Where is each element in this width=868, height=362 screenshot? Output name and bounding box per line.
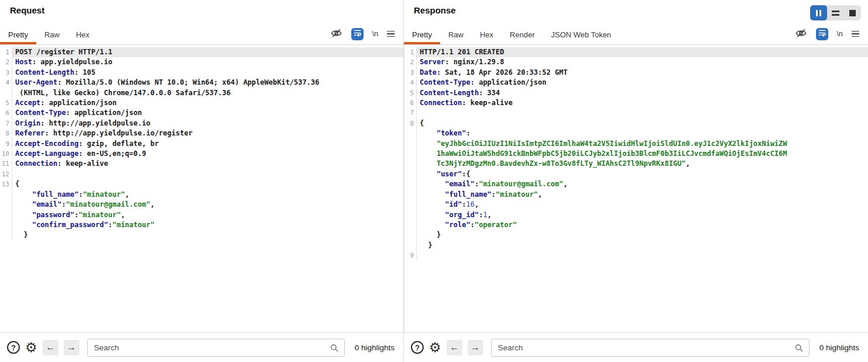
back-arrow-icon: ← bbox=[449, 342, 459, 352]
code-line: "password":"minatour", bbox=[0, 210, 403, 220]
code-line: 9 bbox=[404, 250, 868, 260]
code-line: 4User-Agent: Mozilla/5.0 (Windows NT 10.… bbox=[0, 78, 403, 88]
code-line: } bbox=[404, 241, 868, 250]
help-icon: ? bbox=[11, 343, 16, 352]
next-match-button[interactable]: → bbox=[64, 340, 79, 356]
code-line: "token": bbox=[404, 128, 868, 138]
tab-render[interactable]: Render bbox=[502, 26, 543, 44]
search-input[interactable] bbox=[88, 339, 344, 356]
horizontal-split-button[interactable] bbox=[827, 5, 844, 20]
panel-title: Response bbox=[414, 5, 456, 15]
response-header: Response bbox=[404, 0, 868, 26]
eye-off-icon bbox=[795, 27, 807, 41]
gear-icon: ⚙ bbox=[429, 340, 441, 355]
newline-toggle-button[interactable]: \n bbox=[837, 30, 843, 38]
response-code-editor[interactable]: 1HTTP/1.1 201 CREATED2Server: nginx/1.29… bbox=[404, 45, 868, 332]
tab-hex[interactable]: Hex bbox=[472, 26, 502, 44]
editor-menu-button[interactable] bbox=[387, 31, 395, 37]
code-line: 2Server: nginx/1.29.8 bbox=[404, 57, 868, 67]
search-input[interactable] bbox=[492, 339, 809, 356]
hide-nonprintable-button[interactable] bbox=[795, 27, 807, 41]
search-settings-button[interactable]: ⚙ bbox=[25, 341, 37, 354]
code-line: 5Content-Length: 334 bbox=[404, 88, 868, 98]
single-pane-button[interactable] bbox=[844, 5, 861, 20]
request-searchbar: ? ⚙ ← → 0 highlights bbox=[0, 332, 403, 362]
request-tab-tools: \n bbox=[330, 27, 403, 44]
pause-layout-button[interactable] bbox=[810, 5, 827, 20]
search-settings-button[interactable]: ⚙ bbox=[429, 341, 441, 354]
gear-icon: ⚙ bbox=[25, 340, 37, 355]
code-line: 5Accept: application/json bbox=[0, 98, 403, 108]
code-line: "email":"minatour@gmail.com", bbox=[404, 179, 868, 189]
search-icon bbox=[794, 343, 804, 355]
code-line: "role":"operator" bbox=[404, 220, 868, 230]
code-line: 8{ bbox=[404, 119, 868, 128]
code-line: 1HTTP/1.1 201 CREATED bbox=[404, 47, 868, 57]
pause-icon bbox=[816, 10, 818, 16]
code-line: "full_name":"minatour", bbox=[404, 190, 868, 200]
code-line: (KHTML, like Gecko) Chrome/147.0.0.0 Saf… bbox=[0, 88, 403, 98]
code-line: 8Referer: http://app.yieldpulse.io/regis… bbox=[0, 128, 403, 138]
menu-icon bbox=[387, 31, 395, 37]
code-line: 12 bbox=[0, 169, 403, 179]
rows-icon bbox=[832, 11, 839, 16]
square-icon bbox=[849, 10, 856, 16]
code-line: "full_name":"minatour", bbox=[0, 190, 403, 200]
word-wrap-button[interactable] bbox=[816, 28, 828, 40]
previous-match-button[interactable]: ← bbox=[447, 340, 462, 356]
previous-match-button[interactable]: ← bbox=[43, 340, 58, 356]
layout-controls bbox=[810, 5, 861, 20]
tab-list: PrettyRawHex bbox=[0, 26, 98, 44]
help-button[interactable]: ? bbox=[7, 341, 20, 354]
search-field-wrap bbox=[491, 339, 810, 357]
code-line: 6Content-Type: application/json bbox=[0, 108, 403, 118]
tab-json-web-token[interactable]: JSON Web Token bbox=[543, 26, 620, 44]
next-match-button[interactable]: → bbox=[468, 340, 483, 356]
tab-list: PrettyRawHexRenderJSON Web Token bbox=[404, 26, 620, 44]
code-line: 7Origin: http://app.yieldpulse.io bbox=[0, 119, 403, 128]
code-line: Tc3NjYzMDgzMn0.BavdevhZx-w8To3Gv8fLTy_WI… bbox=[404, 159, 868, 169]
tab-raw[interactable]: Raw bbox=[440, 26, 472, 44]
code-line: "eyJhbGciOiJIUzI1NiIsImtpZCI6ImlhaW4ta2V… bbox=[404, 139, 868, 149]
code-line: "id":16, bbox=[404, 200, 868, 210]
back-arrow-icon: ← bbox=[46, 342, 55, 352]
code-line: } bbox=[404, 230, 868, 240]
tab-hex[interactable]: Hex bbox=[68, 26, 98, 44]
request-tabbar: PrettyRawHex bbox=[0, 26, 403, 45]
highlights-count: 0 highlights bbox=[355, 343, 395, 352]
help-button[interactable]: ? bbox=[411, 341, 424, 354]
tab-pretty[interactable]: Pretty bbox=[0, 26, 36, 44]
response-tabbar: PrettyRawHexRenderJSON Web Token bbox=[404, 26, 868, 45]
code-line: 7 bbox=[404, 108, 868, 118]
code-line: } bbox=[0, 230, 403, 240]
newline-toggle-button[interactable]: \n bbox=[372, 30, 378, 38]
code-line: 9Accept-Encoding: gzip, deflate, br bbox=[0, 139, 403, 149]
code-editor: 1HTTP/1.1 201 CREATED2Server: nginx/1.29… bbox=[404, 47, 868, 261]
hide-nonprintable-button[interactable] bbox=[330, 27, 343, 41]
code-line: "user":{ bbox=[404, 169, 868, 179]
response-searchbar: ? ⚙ ← → 0 highlights bbox=[404, 332, 868, 362]
code-line: 2Host: app.yieldpulse.io bbox=[0, 57, 403, 67]
code-line: 1POST /register HTTP/1.1 bbox=[0, 47, 403, 57]
code-line: "org_id":1, bbox=[404, 210, 868, 220]
request-code-editor[interactable]: 1POST /register HTTP/1.12Host: app.yield… bbox=[0, 45, 403, 332]
editor-menu-button[interactable] bbox=[852, 31, 859, 37]
help-icon: ? bbox=[415, 343, 420, 352]
response-tab-tools: \n bbox=[795, 27, 868, 44]
search-field-wrap bbox=[87, 339, 345, 357]
code-line: 10Accept-Language: en-US,en;q=0.9 bbox=[0, 149, 403, 159]
eye-off-icon bbox=[330, 27, 343, 41]
word-wrap-button[interactable] bbox=[351, 28, 364, 40]
forward-arrow-icon: → bbox=[471, 342, 480, 352]
highlights-count: 0 highlights bbox=[819, 343, 859, 352]
code-line: 4Content-Type: application/json bbox=[404, 78, 868, 88]
code-line: "confirm_password":"minatour" bbox=[0, 220, 403, 230]
tab-raw[interactable]: Raw bbox=[36, 26, 68, 44]
tab-pretty[interactable]: Pretty bbox=[404, 26, 440, 44]
menu-icon bbox=[852, 31, 859, 37]
request-header: Request bbox=[0, 0, 403, 26]
message-editor-split-view: Request PrettyRawHex bbox=[0, 0, 868, 362]
search-icon bbox=[330, 343, 339, 355]
code-editor: 1POST /register HTTP/1.12Host: app.yield… bbox=[0, 47, 403, 241]
code-line: 11Connection: keep-alive bbox=[0, 159, 403, 169]
